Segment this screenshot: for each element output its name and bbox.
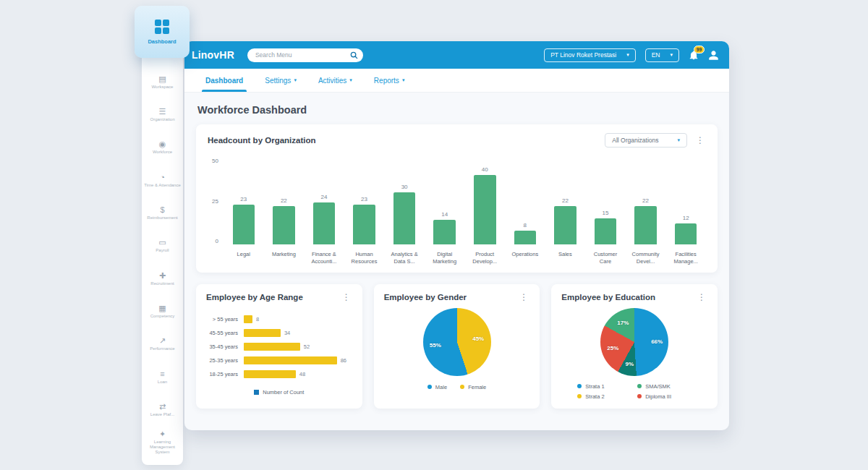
bar-value: 14 [441,211,448,218]
bar-value: 22 [281,197,287,204]
category-label: Digital Marketing [425,251,465,265]
tab-reports[interactable]: Reports▾ [363,69,416,92]
gender-card: Employee by Gender ⋮ 45%55% MaleFemale [374,284,540,409]
bar [244,343,300,351]
bar-value: 22 [562,197,569,204]
legend-item: Diploma III [637,393,692,400]
tab-settings[interactable]: Settings▾ [254,69,307,92]
notification-badge: 99 [694,46,705,54]
legend-item: Strata 2 [577,393,631,400]
sidebar-item-label: Leave Plaf... [148,412,176,417]
sidebar-item-label: Reimbursement [145,215,179,221]
sidebar-item-label: Competency [148,314,177,319]
age-range-row: 35-45 years52 [206,340,352,354]
payroll-icon: ▭ [158,239,166,247]
sidebar-item-reimbursement[interactable]: $Reimbursement [142,197,183,229]
bar-track: 86 [244,356,352,364]
bar [634,206,657,244]
bar [244,329,281,337]
bar-value: 8 [524,222,527,228]
dashboard-grid-icon [155,20,169,34]
search-icon[interactable] [350,51,358,59]
gender-pie-chart: 45%55% [423,308,491,376]
tab-activities[interactable]: Activities▾ [307,69,363,92]
legend-label: Strata 1 [585,383,604,390]
chevron-down-icon: ▾ [677,137,680,143]
legend-swatch [427,385,432,389]
legend-item: Male [427,384,447,390]
sidebar-item-leave-plaf[interactable]: ⇄Leave Plaf... [142,393,183,426]
legend-swatch [637,384,642,388]
sidebar-item-workspace[interactable]: ▤Workspace [142,66,183,98]
tab-label: Reports [374,77,399,85]
bar-column: 22 [545,158,586,244]
kebab-menu-icon[interactable]: ⋮ [518,293,529,302]
education-pie-chart: 66%9%25%17% [600,308,668,376]
sidebar-item-label: Payroll [153,248,171,253]
legend-label: Strata 2 [585,393,604,400]
main-content: Workforce Dashboard Headcount by Organiz… [184,93,729,417]
bar [433,220,456,244]
bar-value: 23 [240,196,247,202]
organization-filter[interactable]: All Organizations ▾ [605,133,687,148]
sidebar-item-time-attendance[interactable]: ◔Time & Attendance [142,164,183,197]
category-label: > 55 years [206,316,244,322]
pie-slice-label: 66% [651,338,663,344]
bar-column: 23 [224,158,264,244]
user-menu-button[interactable] [708,50,719,61]
search-input[interactable] [255,51,350,59]
kebab-menu-icon[interactable]: ⋮ [341,293,352,302]
reimbursement-icon: $ [160,206,164,214]
sidebar-item-learning-management-system[interactable]: ✦Learning Management System [142,427,183,459]
workspace-icon: ▤ [158,75,166,83]
category-label: Human Resources [344,251,385,265]
sidebar-item-payroll[interactable]: ▭Payroll [142,230,183,262]
sidebar-item-recruitment[interactable]: ✚Recruitment [142,262,183,295]
category-label: 45-55 years [206,330,244,336]
bar [393,192,416,244]
tab-dashboard[interactable]: Dashboard [195,69,254,92]
sidebar-item-competency[interactable]: ▦Competency [142,295,183,328]
age-range-row: 18-25 years48 [206,367,352,381]
competency-icon: ▦ [158,304,166,312]
kebab-menu-icon[interactable]: ⋮ [694,136,706,145]
age-range-chart: > 55 years845-55 years3435-45 years5225-… [206,312,352,381]
bar-column: 14 [425,158,465,244]
education-title: Employee by Education [561,293,655,302]
bar-column: 30 [384,158,425,244]
legend-swatch [254,390,259,395]
legend-item: SMA/SMK [637,383,692,390]
bar-column: 23 [344,158,385,244]
bar [313,202,336,244]
bar-column: 8 [505,158,545,244]
notifications-button[interactable]: 99 [689,50,699,61]
sidebar-item-performance[interactable]: ↗Performance [142,328,183,361]
kebab-menu-icon[interactable]: ⋮ [696,293,707,302]
bar [514,231,537,244]
legend-label: Male [435,384,447,390]
dashboard-label: Dashboard [148,38,176,45]
sidebar-item-workforce[interactable]: ◉Workforce [142,132,183,164]
y-axis: 50250 [208,158,224,244]
language-selector[interactable]: EN ▾ [645,48,679,62]
sidebar-item-loan[interactable]: ≡Loan [142,361,183,393]
category-label: Product Develop... [464,251,505,265]
sidebar-item-dashboard[interactable]: Dashboard [135,6,190,58]
company-selector[interactable]: PT Linov Roket Prestasi ▾ [544,48,636,62]
sidebar-item-label: Recruitment [148,281,176,286]
bar-track: 8 [244,315,352,323]
time-attendance-icon: ◔ [160,174,165,181]
legend-swatch [577,394,582,398]
category-label: Facilities Manage... [665,251,706,265]
category-label: Operations [505,251,545,265]
age-range-row: 25-35 years86 [206,354,352,367]
search-bar[interactable] [247,48,363,62]
bar [273,206,295,244]
sidebar-item-organization[interactable]: ☰Organization [142,98,183,131]
legend-item: Number of Count [254,389,304,396]
chevron-down-icon: ▾ [626,52,629,58]
bar [233,205,255,244]
bar [595,218,617,244]
y-tick: 25 [212,198,218,205]
learning-management-system-icon: ✦ [159,430,166,438]
